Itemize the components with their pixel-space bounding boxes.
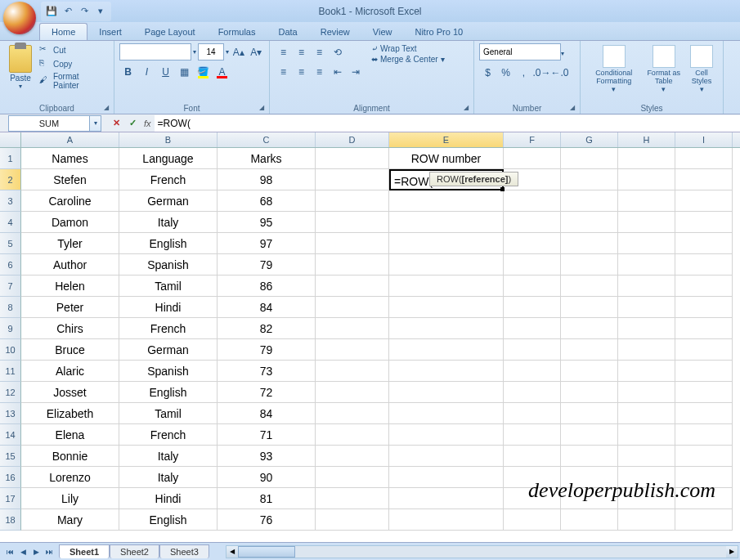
cell-D7[interactable] — [316, 276, 389, 297]
conditional-formatting-button[interactable]: Conditional Formatting ▾ — [585, 43, 642, 113]
row-header-13[interactable]: 13 — [0, 403, 21, 424]
cell-D15[interactable] — [316, 446, 389, 467]
col-header-B[interactable]: B — [119, 132, 218, 147]
cell-F10[interactable] — [504, 339, 561, 361]
cell-G2[interactable] — [561, 169, 618, 190]
cell-H14[interactable] — [618, 424, 675, 446]
col-header-A[interactable]: A — [21, 132, 119, 147]
sheet-last-button[interactable]: ⏭ — [43, 545, 56, 558]
sheet-tab-sheet2[interactable]: Sheet2 — [110, 544, 159, 558]
cell-D18[interactable] — [316, 509, 389, 531]
col-header-F[interactable]: F — [504, 132, 561, 147]
sheet-tab-sheet3[interactable]: Sheet3 — [159, 544, 209, 558]
number-format-select[interactable] — [479, 43, 561, 60]
cell-E4[interactable] — [389, 212, 504, 233]
row-header-10[interactable]: 10 — [0, 339, 21, 361]
fill-color-button[interactable]: 🪣 — [195, 63, 212, 80]
border-button[interactable]: ▦ — [176, 63, 193, 80]
cell-E14[interactable] — [389, 424, 504, 446]
orientation-button[interactable]: ⟲ — [329, 43, 346, 60]
cell-I2[interactable] — [675, 169, 733, 190]
cell-D11[interactable] — [316, 361, 389, 382]
indent-inc-button[interactable]: ⇥ — [347, 63, 364, 80]
row-header-5[interactable]: 5 — [0, 233, 21, 254]
copy-button[interactable]: ⎘Copy — [38, 57, 109, 70]
cell-I3[interactable] — [675, 190, 733, 212]
percent-button[interactable]: % — [497, 64, 514, 81]
tab-view[interactable]: View — [361, 24, 404, 40]
cell-F3[interactable] — [504, 190, 561, 212]
cell-A5[interactable]: Tyler — [21, 233, 119, 254]
tab-review[interactable]: Review — [309, 24, 361, 40]
scroll-thumb[interactable] — [238, 546, 295, 558]
cell-A8[interactable]: Peter — [21, 297, 119, 318]
row-header-4[interactable]: 4 — [0, 212, 21, 233]
cell-C13[interactable]: 84 — [218, 403, 316, 424]
cell-B6[interactable]: Spanish — [119, 254, 218, 276]
cell-D13[interactable] — [316, 403, 389, 424]
font-launcher[interactable]: ◢ — [257, 102, 267, 112]
cell-B3[interactable]: German — [119, 190, 218, 212]
cell-C15[interactable]: 93 — [218, 446, 316, 467]
row-header-6[interactable]: 6 — [0, 254, 21, 276]
cell-F6[interactable] — [504, 254, 561, 276]
cell-B5[interactable]: English — [119, 233, 218, 254]
cell-C7[interactable]: 86 — [218, 276, 316, 297]
cell-C12[interactable]: 72 — [218, 382, 316, 403]
cell-E5[interactable] — [389, 233, 504, 254]
tab-formulas[interactable]: Formulas — [207, 24, 267, 40]
cell-E1[interactable]: ROW number — [389, 148, 504, 169]
cell-B16[interactable]: Italy — [119, 467, 218, 488]
cell-H2[interactable] — [618, 169, 675, 190]
cell-B15[interactable]: Italy — [119, 446, 218, 467]
number-launcher[interactable]: ◢ — [567, 102, 577, 112]
name-box[interactable] — [8, 115, 90, 132]
cell-D14[interactable] — [316, 424, 389, 446]
align-top-button[interactable]: ≡ — [275, 43, 292, 60]
cell-B18[interactable]: English — [119, 509, 218, 531]
cell-I1[interactable] — [675, 148, 733, 169]
cell-C16[interactable]: 90 — [218, 467, 316, 488]
row-header-11[interactable]: 11 — [0, 361, 21, 382]
cell-A11[interactable]: Alaric — [21, 361, 119, 382]
cell-A10[interactable]: Bruce — [21, 339, 119, 361]
cell-D1[interactable] — [316, 148, 389, 169]
cell-G9[interactable] — [561, 318, 618, 339]
scroll-right-button[interactable]: ▶ — [726, 546, 738, 558]
cell-A16[interactable]: Lorenzo — [21, 467, 119, 488]
cell-A3[interactable]: Caroline — [21, 190, 119, 212]
cell-D8[interactable] — [316, 297, 389, 318]
cell-G12[interactable] — [561, 382, 618, 403]
paste-button[interactable]: Paste ▾ — [5, 43, 36, 113]
col-header-G[interactable]: G — [561, 132, 618, 147]
grow-font-button[interactable]: A▴ — [231, 43, 247, 60]
cell-G15[interactable] — [561, 446, 618, 467]
cell-I13[interactable] — [675, 403, 733, 424]
office-button[interactable] — [3, 2, 36, 34]
cell-A2[interactable]: Stefen — [21, 169, 119, 190]
cell-I4[interactable] — [675, 212, 733, 233]
undo-icon[interactable]: ↶ — [61, 4, 75, 19]
cell-D9[interactable] — [316, 318, 389, 339]
confirm-icon[interactable]: ✓ — [124, 116, 141, 131]
cell-G11[interactable] — [561, 361, 618, 382]
currency-button[interactable]: $ — [479, 64, 496, 81]
cell-I18[interactable] — [675, 509, 733, 531]
cell-C18[interactable]: 76 — [218, 509, 316, 531]
cell-H1[interactable] — [618, 148, 675, 169]
cell-E9[interactable] — [389, 318, 504, 339]
save-icon[interactable]: 💾 — [44, 4, 59, 19]
tab-data[interactable]: Data — [267, 24, 308, 40]
format-painter-button[interactable]: 🖌Format Painter — [38, 71, 109, 91]
cell-H12[interactable] — [618, 382, 675, 403]
cell-D16[interactable] — [316, 467, 389, 488]
cell-F1[interactable] — [504, 148, 561, 169]
row-header-12[interactable]: 12 — [0, 382, 21, 403]
font-name-input[interactable] — [119, 43, 191, 60]
sheet-next-button[interactable]: ▶ — [29, 545, 43, 558]
cell-C3[interactable]: 68 — [218, 190, 316, 212]
cell-B1[interactable]: Language — [119, 148, 218, 169]
cancel-icon[interactable]: ✕ — [108, 116, 124, 131]
cell-A7[interactable]: Helen — [21, 276, 119, 297]
cell-A13[interactable]: Elizabeth — [21, 403, 119, 424]
